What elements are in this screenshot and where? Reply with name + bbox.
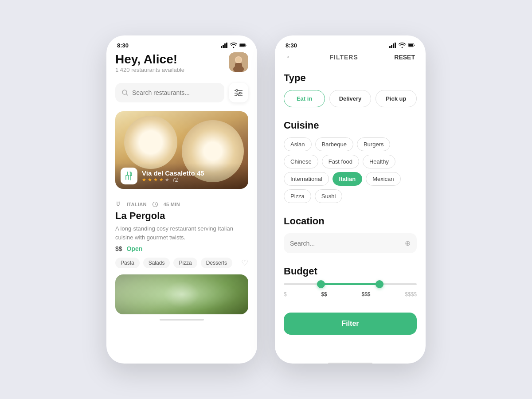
budget-labels: $ $$ $$$ $$$$ <box>284 291 417 297</box>
status-bar-right: 8:30 <box>275 35 426 52</box>
cuisine-section: Cuisine Asian Barbeque Burgers Chinese F… <box>284 120 417 203</box>
chip-burgers[interactable]: Burgers <box>357 137 391 151</box>
favorite-button[interactable]: ♡ <box>241 258 248 268</box>
budget-thumb-max[interactable] <box>376 280 383 288</box>
second-card-container <box>115 274 248 314</box>
location-input[interactable] <box>290 240 400 247</box>
cuisine-section-title: Cuisine <box>284 120 417 131</box>
card-stars: ★ ★ ★ ★ ★ 72 <box>142 177 204 183</box>
bottom-indicator-left <box>160 319 204 321</box>
budget-slider-fill <box>321 283 379 285</box>
greeting: Hey, Alice! <box>115 52 184 66</box>
restaurant-card[interactable]: Via del Casaletto 45 ★ ★ ★ ★ ★ 72 <box>115 111 248 189</box>
card-restaurant-name: Via del Casaletto 45 <box>142 169 204 177</box>
chip-sushi[interactable]: Sushi <box>315 189 343 203</box>
tag-pizza[interactable]: Pizza <box>173 258 197 268</box>
svg-point-15 <box>236 90 238 91</box>
right-content: ← FILTERS RESET Type Eat in Delivery Pic… <box>275 52 426 358</box>
open-status: Open <box>127 245 143 252</box>
svg-point-16 <box>239 92 241 94</box>
search-box[interactable] <box>115 83 224 102</box>
budget-slider-track[interactable] <box>284 283 417 285</box>
cuisine-chips: Asian Barbeque Burgers Chinese Fast food… <box>284 137 417 203</box>
chip-italian[interactable]: Italian <box>332 172 363 186</box>
second-card-image <box>115 274 248 314</box>
reset-button[interactable]: RESET <box>394 54 415 61</box>
search-input[interactable] <box>132 89 218 96</box>
wifi-icon-right <box>399 42 406 49</box>
tag-desserts[interactable]: Desserts <box>201 258 232 268</box>
star-4: ★ <box>159 177 164 183</box>
svg-rect-26 <box>408 44 413 46</box>
svg-point-17 <box>237 94 239 96</box>
card-info: Via del Casaletto 45 ★ ★ ★ ★ ★ 72 <box>121 168 243 184</box>
chip-international[interactable]: International <box>284 172 329 186</box>
location-section-title: Location <box>284 215 417 227</box>
avatar[interactable] <box>229 52 248 72</box>
battery-icon <box>239 42 246 49</box>
second-card[interactable] <box>115 274 248 314</box>
svg-point-9 <box>236 57 241 63</box>
budget-thumb-min[interactable] <box>317 280 325 288</box>
budget-label-3: $$$ <box>362 291 371 297</box>
filter-button[interactable] <box>229 83 248 102</box>
cuisine-row: ITALIAN 45 MIN <box>115 201 248 207</box>
filters-title: FILTERS <box>330 54 358 61</box>
chip-pizza[interactable]: Pizza <box>284 189 311 203</box>
location-crosshair-icon: ⊕ <box>405 239 411 247</box>
status-icons-left <box>221 42 246 49</box>
restaurant-description: A long-standing cosy restaurant serving … <box>115 224 248 242</box>
price-tag: $$ <box>115 245 122 252</box>
price-row: $$ Open <box>115 245 248 252</box>
type-btn-pick-up[interactable]: Pick up <box>376 90 417 107</box>
svg-rect-21 <box>389 46 391 48</box>
right-phone: 8:30 ← FILTERS RESET <box>275 35 426 364</box>
restaurant-detail: ITALIAN 45 MIN La Pergola A long-standin… <box>115 196 248 268</box>
star-1: ★ <box>142 177 146 183</box>
chip-fastfood[interactable]: Fast food <box>322 155 359 168</box>
apply-filter-button[interactable]: Filter <box>284 313 417 335</box>
time-right: 8:30 <box>286 42 297 49</box>
budget-section: Budget $ $$ $$$ $$$$ <box>284 266 417 297</box>
chip-mexican[interactable]: Mexican <box>366 172 400 186</box>
type-btn-delivery[interactable]: Delivery <box>329 90 371 107</box>
wifi-icon <box>230 42 237 49</box>
header-row: Hey, Alice! 1 420 restaurants available <box>115 52 248 80</box>
card-text: Via del Casaletto 45 ★ ★ ★ ★ ★ 72 <box>142 169 204 183</box>
signal-icon-right <box>389 42 396 49</box>
restaurant-count: 1 420 restaurants available <box>115 66 184 73</box>
card-image: Via del Casaletto 45 ★ ★ ★ ★ ★ 72 <box>115 111 248 189</box>
chip-chinese[interactable]: Chinese <box>284 155 318 168</box>
cutlery-icon <box>124 171 134 181</box>
battery-icon-right <box>408 42 415 49</box>
food-decoration <box>164 281 200 308</box>
rating-count: 72 <box>172 177 178 183</box>
search-icon <box>121 89 129 96</box>
avatar-image <box>229 52 248 72</box>
location-search-box[interactable]: ⊕ <box>284 233 417 253</box>
budget-label-2: $$ <box>321 291 327 297</box>
cuisine-type: ITALIAN <box>127 202 147 207</box>
restaurant-name: La Pergola <box>115 210 248 222</box>
svg-rect-22 <box>391 45 392 48</box>
svg-rect-1 <box>223 45 224 48</box>
tags-row: Pasta Salads Pizza Desserts ♡ <box>115 258 248 268</box>
tag-salads[interactable]: Salads <box>143 258 170 268</box>
back-button[interactable]: ← <box>286 52 293 62</box>
star-5: ★ <box>165 177 169 183</box>
left-phone: 8:30 Hey, <box>106 35 257 364</box>
tag-pasta[interactable]: Pasta <box>115 258 140 268</box>
svg-rect-3 <box>226 43 227 48</box>
chip-healthy[interactable]: Healthy <box>363 155 395 168</box>
type-options-row: Eat in Delivery Pick up <box>284 90 417 107</box>
svg-rect-0 <box>221 46 222 48</box>
budget-label-4: $$$$ <box>405 291 417 297</box>
chip-asian[interactable]: Asian <box>284 137 312 151</box>
card-overlay: Via del Casaletto 45 ★ ★ ★ ★ ★ 72 <box>115 163 248 189</box>
svg-rect-24 <box>395 43 396 48</box>
time-left: 8:30 <box>117 42 129 49</box>
svg-rect-10 <box>235 63 242 71</box>
chip-barbeque[interactable]: Barbeque <box>315 137 353 151</box>
signal-icon <box>221 42 228 49</box>
type-btn-eat-in[interactable]: Eat in <box>284 90 325 107</box>
